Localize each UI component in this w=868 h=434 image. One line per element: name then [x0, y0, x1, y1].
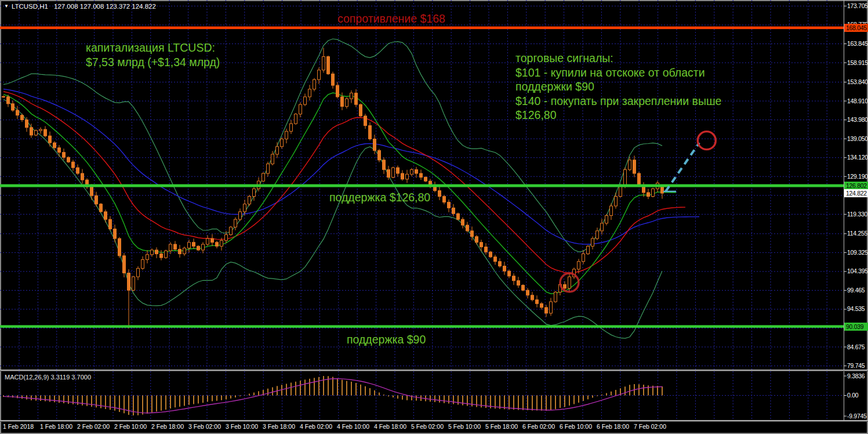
panel-separator[interactable]	[0, 420, 868, 422]
price-tick-label: 134.120	[847, 154, 868, 161]
resistance-price-badge: 168.045	[844, 24, 868, 32]
time-axis-label: 3 Feb 10:00	[226, 423, 258, 430]
resistance-label: сопротивление $168	[337, 12, 445, 26]
signals-line5: $126,80	[515, 108, 721, 122]
time-axis-label: 6 Feb 10:00	[560, 423, 592, 430]
time-axis-label: 6 Feb 02:00	[522, 423, 555, 430]
macd-indicator-label: MACD(12,26,9) 3.3119 3.7000	[5, 374, 91, 381]
signals-line2: $101 - купили на отскоке от области	[515, 66, 721, 80]
price-tick-label: 158.915	[847, 59, 868, 66]
price-tick-label: 139.050	[847, 135, 868, 142]
time-axis-label: 1 Feb 2018	[3, 423, 34, 430]
capitalization-line1: капитализация LTCUSD:	[86, 41, 220, 55]
trade-signals-note: торговые сигналы: $101 - купили на отско…	[515, 51, 721, 122]
price-tick-label: 84.675	[847, 343, 868, 350]
support-price-badge: 126.802	[844, 182, 868, 190]
price-tick-label: 143.980	[847, 116, 868, 123]
time-axis-label: 3 Feb 18:00	[263, 423, 295, 430]
macd-tick-label: -9.9745	[847, 413, 868, 419]
current-price-badge: 124.822	[844, 189, 868, 197]
price-tick-label: 129.190	[847, 173, 868, 180]
chart-window: ▼LTCUSD,H1127.008 127.008 123.372 124.82…	[0, 0, 868, 434]
price-tick-label: 94.535	[847, 305, 868, 312]
macd-tick-label: 0.00	[847, 392, 868, 399]
price-tick-label: 99.465	[847, 287, 868, 294]
chart-title: ▼LTCUSD,H1127.008 127.008 123.372 124.82…	[4, 3, 156, 10]
signals-line4: $140 - покупать при закреплении выше	[515, 94, 721, 108]
ohlc-readout: 127.008 127.008 123.372 124.822	[54, 3, 156, 10]
price-tick-label: 119.330	[847, 211, 868, 218]
macd-tick-label: 9.3836	[847, 372, 868, 379]
time-axis-label: 5 Feb 02:00	[411, 423, 444, 430]
time-axis-label: 6 Feb 18:00	[597, 423, 629, 430]
support1-label: поддержка $126,80	[329, 190, 430, 205]
price-tick-label: 109.325	[847, 249, 868, 256]
capitalization-note: капитализация LTCUSD: $7,53 млрд (+$1,34…	[86, 41, 220, 69]
symbol-timeframe-label: LTCUSD,H1	[12, 3, 48, 10]
time-axis-label: 3 Feb 02:00	[188, 423, 221, 430]
price-tick-label: 79.745	[847, 362, 868, 369]
time-axis-label: 4 Feb 02:00	[300, 423, 332, 430]
signals-line1: торговые сигналы:	[515, 51, 721, 66]
time-axis-label: 2 Feb 18:00	[151, 423, 184, 430]
time-axis-label: 5 Feb 10:00	[448, 423, 481, 430]
signals-line3: поддержки $90	[515, 79, 721, 94]
price-tick-label: 104.395	[847, 267, 868, 274]
price-tick-label: 163.845	[847, 40, 868, 47]
time-axis-label: 2 Feb 10:00	[114, 423, 147, 430]
time-axis-label: 2 Feb 02:00	[77, 423, 110, 430]
price-tick-label: 148.910	[847, 97, 868, 104]
capitalization-line2: $7,53 млрд (+$1,34 млрд)	[86, 55, 220, 70]
time-axis-label: 7 Feb 02:00	[634, 423, 666, 430]
price-tick-label: 153.840	[847, 78, 868, 85]
panel-separator[interactable]	[0, 370, 868, 371]
time-axis-label: 4 Feb 10:00	[337, 423, 369, 430]
time-axis-label: 4 Feb 18:00	[374, 423, 406, 430]
support2-label: поддержка $90	[347, 332, 426, 347]
time-axis-label: 1 Feb 18:00	[40, 423, 72, 430]
support2-price-badge: 90.039	[844, 323, 868, 331]
price-tick-label: 173.705	[847, 2, 868, 9]
price-tick-label: 114.255	[847, 230, 868, 237]
symbol-dropdown-icon[interactable]: ▼	[4, 3, 9, 9]
time-axis-label: 5 Feb 18:00	[485, 423, 518, 430]
